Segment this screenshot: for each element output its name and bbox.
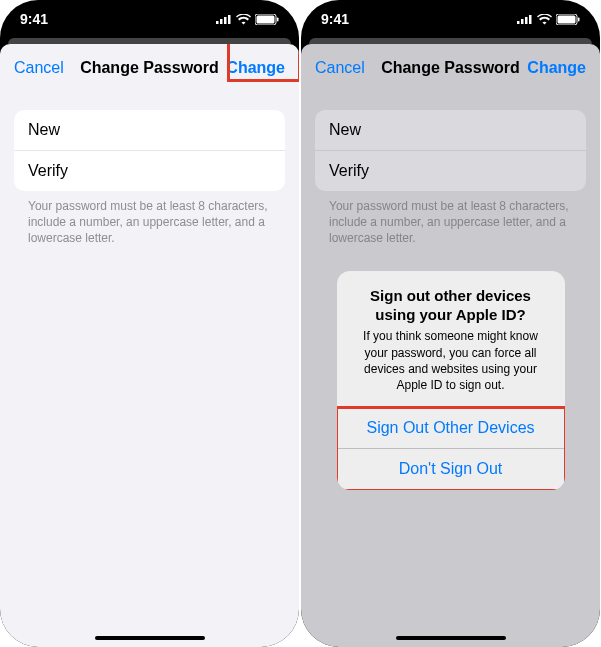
alert-title: Sign out other devices using your Apple … (351, 287, 551, 325)
password-hint-text: Your password must be at least 8 charact… (14, 191, 285, 247)
svg-rect-3 (228, 15, 231, 24)
svg-rect-8 (521, 19, 524, 24)
cellular-signal-icon (216, 14, 232, 24)
svg-rect-10 (529, 15, 532, 24)
svg-rect-7 (517, 21, 520, 24)
status-time: 9:41 (20, 11, 48, 27)
svg-rect-12 (558, 15, 576, 23)
nav-bar: Cancel Change Password Change (0, 44, 299, 92)
change-button[interactable]: Change (225, 59, 285, 77)
modal-sheet: Cancel Change Password Change New Verify… (301, 44, 600, 647)
sign-out-other-devices-button[interactable]: Sign Out Other Devices (337, 408, 565, 449)
alert-message: If you think someone might know your pas… (351, 328, 551, 393)
nav-title: Change Password (74, 59, 225, 77)
battery-icon (556, 14, 580, 25)
status-time: 9:41 (321, 11, 349, 27)
alert-buttons: Sign Out Other Devices Don't Sign Out (337, 407, 565, 490)
modal-sheet: Cancel Change Password Change New Verify… (0, 44, 299, 647)
status-bar: 9:41 (301, 0, 600, 38)
cancel-button[interactable]: Cancel (14, 59, 74, 77)
verify-password-field[interactable]: Verify (14, 151, 285, 191)
status-indicators (517, 14, 580, 25)
status-bar: 9:41 (0, 0, 299, 38)
status-indicators (216, 14, 279, 25)
cellular-signal-icon (517, 14, 533, 24)
svg-rect-13 (578, 17, 580, 21)
password-fields-list: New Verify (14, 110, 285, 191)
svg-rect-9 (525, 17, 528, 24)
svg-rect-6 (277, 17, 279, 21)
new-password-field[interactable]: New (14, 110, 285, 151)
dont-sign-out-button[interactable]: Don't Sign Out (337, 449, 565, 490)
home-indicator[interactable] (396, 636, 506, 640)
sign-out-alert: Sign out other devices using your Apple … (337, 271, 565, 490)
phone-right: 9:41 Cancel Change Password Change New V… (301, 0, 600, 647)
wifi-icon (236, 14, 251, 25)
svg-rect-2 (224, 17, 227, 24)
wifi-icon (537, 14, 552, 25)
phone-left: 9:41 Cancel Change Password Change Ne (0, 0, 299, 647)
battery-icon (255, 14, 279, 25)
svg-rect-0 (216, 21, 219, 24)
home-indicator[interactable] (95, 636, 205, 640)
svg-rect-5 (257, 15, 275, 23)
svg-rect-1 (220, 19, 223, 24)
alert-overlay: Sign out other devices using your Apple … (301, 44, 600, 647)
